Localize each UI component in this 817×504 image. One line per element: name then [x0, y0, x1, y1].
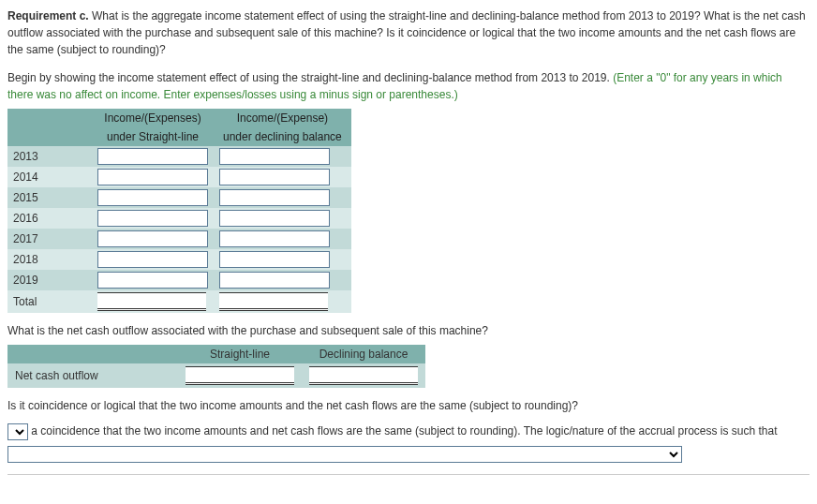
db-2019-input[interactable]: [219, 272, 330, 289]
table-row: 2019: [7, 270, 351, 290]
year-label: 2013: [7, 146, 92, 167]
sl-2014-input[interactable]: [97, 169, 208, 185]
income-table: Income/(Expenses) Income/(Expense) under…: [7, 109, 351, 313]
logic-select[interactable]: [7, 446, 682, 463]
year-label: 2017: [7, 229, 92, 249]
instruction-paragraph: Begin by showing the income statement ef…: [7, 69, 810, 103]
divider: [7, 474, 810, 475]
db-2014-input[interactable]: [219, 169, 330, 185]
table-row: 2018: [7, 249, 351, 270]
year-label: 2016: [7, 208, 92, 229]
cash-row-label: Net cash outflow: [7, 363, 178, 388]
header-blank2: [7, 127, 92, 146]
year-label: 2015: [7, 187, 92, 208]
db-2015-input[interactable]: [219, 189, 330, 206]
db-2013-input[interactable]: [219, 148, 330, 165]
db-2018-input[interactable]: [219, 251, 330, 268]
header-db-line2: under declining balance: [214, 127, 351, 146]
table-row: 2013: [7, 146, 351, 167]
subquestion-cash: What is the net cash outflow associated …: [7, 322, 810, 339]
instruction-plain: Begin by showing the income statement ef…: [7, 71, 613, 84]
cash-header-db: Declining balance: [302, 345, 425, 363]
table-row-total: Total: [7, 290, 351, 313]
sentence-mid: a coincidence that the two income amount…: [28, 424, 778, 437]
sl-2016-input[interactable]: [97, 210, 208, 227]
cash-sl-input[interactable]: [186, 366, 294, 385]
header-db-line1: Income/(Expense): [214, 109, 351, 127]
requirement-paragraph: Requirement c. What is the aggregate inc…: [7, 7, 810, 58]
year-label: 2018: [7, 249, 92, 270]
table-row: 2016: [7, 208, 351, 229]
cash-header-sl: Straight-line: [178, 345, 302, 363]
db-2016-input[interactable]: [219, 210, 330, 227]
header-sl-line2: under Straight-line: [92, 127, 214, 146]
sl-2015-input[interactable]: [97, 189, 208, 206]
header-blank: [7, 109, 92, 127]
requirement-text: What is the aggregate income statement e…: [7, 9, 806, 56]
sl-total-input[interactable]: [97, 292, 206, 311]
table-row: 2015: [7, 187, 351, 208]
requirement-label: Requirement c.: [7, 9, 89, 22]
cash-header-blank: [7, 345, 178, 363]
total-label: Total: [7, 290, 92, 313]
table-row: 2017: [7, 229, 351, 249]
cash-table: Straight-line Declining balance Net cash…: [7, 345, 425, 388]
year-label: 2014: [7, 167, 92, 187]
year-label: 2019: [7, 270, 92, 290]
db-total-input[interactable]: [219, 292, 328, 311]
cash-db-input[interactable]: [309, 366, 418, 385]
coincidence-select[interactable]: [7, 423, 28, 440]
subquestion-coincidence: Is it coincidence or logical that the tw…: [7, 397, 810, 414]
header-sl-line1: Income/(Expenses): [92, 109, 214, 127]
sl-2019-input[interactable]: [97, 272, 208, 289]
db-2017-input[interactable]: [219, 230, 330, 247]
sl-2018-input[interactable]: [97, 251, 208, 268]
sl-2017-input[interactable]: [97, 230, 208, 247]
answer-sentence: a coincidence that the two income amount…: [7, 420, 810, 465]
table-row: 2014: [7, 167, 351, 187]
table-row: Net cash outflow: [7, 363, 425, 388]
sl-2013-input[interactable]: [97, 148, 208, 165]
